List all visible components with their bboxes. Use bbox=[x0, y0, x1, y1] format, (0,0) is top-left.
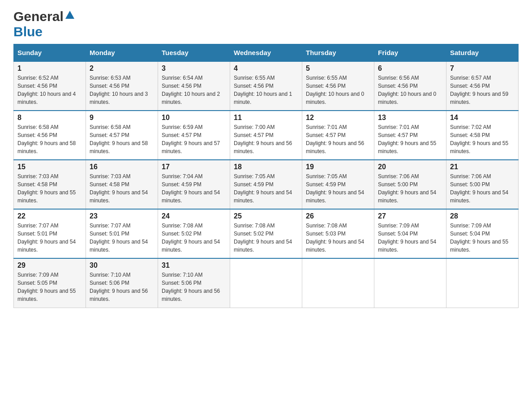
calendar-cell: 14Sunrise: 7:02 AMSunset: 4:58 PMDayligh… bbox=[446, 111, 519, 160]
calendar-cell: 23Sunrise: 7:07 AMSunset: 5:01 PMDayligh… bbox=[86, 209, 158, 258]
calendar-cell: 2Sunrise: 6:53 AMSunset: 4:56 PMDaylight… bbox=[86, 61, 158, 111]
page-header: General Blue bbox=[13, 9, 519, 39]
day-info: Sunrise: 7:06 AMSunset: 5:00 PMDaylight:… bbox=[450, 172, 515, 205]
calendar-cell: 4Sunrise: 6:55 AMSunset: 4:56 PMDaylight… bbox=[230, 61, 302, 111]
header-monday: Monday bbox=[86, 44, 158, 62]
day-number: 30 bbox=[90, 261, 154, 270]
calendar-cell: 13Sunrise: 7:01 AMSunset: 4:57 PMDayligh… bbox=[374, 111, 446, 160]
calendar-table: SundayMondayTuesdayWednesdayThursdayFrid… bbox=[13, 44, 519, 308]
logo-triangle-icon bbox=[65, 11, 74, 21]
calendar-header-row: SundayMondayTuesdayWednesdayThursdayFrid… bbox=[14, 44, 519, 62]
day-number: 13 bbox=[378, 114, 442, 122]
day-number: 28 bbox=[450, 212, 515, 220]
day-info: Sunrise: 6:54 AMSunset: 4:56 PMDaylight:… bbox=[162, 74, 226, 106]
calendar-cell: 29Sunrise: 7:09 AMSunset: 5:05 PMDayligh… bbox=[14, 258, 86, 308]
calendar-cell: 5Sunrise: 6:55 AMSunset: 4:56 PMDaylight… bbox=[302, 61, 374, 111]
day-number: 31 bbox=[162, 261, 226, 270]
day-info: Sunrise: 7:05 AMSunset: 4:59 PMDaylight:… bbox=[234, 172, 298, 205]
day-info: Sunrise: 7:04 AMSunset: 4:59 PMDaylight:… bbox=[162, 172, 226, 205]
day-number: 25 bbox=[234, 212, 298, 220]
calendar-cell: 7Sunrise: 6:57 AMSunset: 4:56 PMDaylight… bbox=[446, 61, 519, 111]
day-info: Sunrise: 7:01 AMSunset: 4:57 PMDaylight:… bbox=[306, 123, 370, 155]
day-info: Sunrise: 7:00 AMSunset: 4:57 PMDaylight:… bbox=[234, 123, 298, 155]
day-number: 1 bbox=[17, 64, 82, 73]
calendar-cell bbox=[446, 258, 519, 308]
day-number: 7 bbox=[450, 64, 515, 73]
day-info: Sunrise: 7:10 AMSunset: 5:06 PMDaylight:… bbox=[90, 271, 154, 303]
calendar-cell: 15Sunrise: 7:03 AMSunset: 4:58 PMDayligh… bbox=[14, 160, 86, 209]
day-number: 21 bbox=[450, 163, 515, 171]
day-number: 29 bbox=[17, 261, 82, 270]
calendar-cell: 17Sunrise: 7:04 AMSunset: 4:59 PMDayligh… bbox=[158, 160, 230, 209]
calendar-cell bbox=[374, 258, 446, 308]
day-number: 17 bbox=[162, 163, 226, 171]
calendar-week-row: 29Sunrise: 7:09 AMSunset: 5:05 PMDayligh… bbox=[14, 258, 519, 308]
day-number: 15 bbox=[17, 163, 82, 171]
calendar-cell: 20Sunrise: 7:06 AMSunset: 5:00 PMDayligh… bbox=[374, 160, 446, 209]
day-info: Sunrise: 7:08 AMSunset: 5:02 PMDaylight:… bbox=[234, 222, 298, 254]
calendar-week-row: 1Sunrise: 6:52 AMSunset: 4:56 PMDaylight… bbox=[14, 61, 519, 111]
calendar-week-row: 15Sunrise: 7:03 AMSunset: 4:58 PMDayligh… bbox=[14, 160, 519, 209]
calendar-cell: 22Sunrise: 7:07 AMSunset: 5:01 PMDayligh… bbox=[14, 209, 86, 258]
day-info: Sunrise: 7:01 AMSunset: 4:57 PMDaylight:… bbox=[378, 123, 442, 155]
day-number: 6 bbox=[378, 64, 442, 73]
day-info: Sunrise: 7:03 AMSunset: 4:58 PMDaylight:… bbox=[17, 172, 82, 205]
calendar-cell: 26Sunrise: 7:08 AMSunset: 5:03 PMDayligh… bbox=[302, 209, 374, 258]
calendar-cell: 16Sunrise: 7:03 AMSunset: 4:58 PMDayligh… bbox=[86, 160, 158, 209]
day-number: 3 bbox=[162, 64, 226, 73]
day-info: Sunrise: 7:09 AMSunset: 5:04 PMDaylight:… bbox=[378, 222, 442, 254]
calendar-cell bbox=[302, 258, 374, 308]
calendar-cell: 8Sunrise: 6:58 AMSunset: 4:56 PMDaylight… bbox=[14, 111, 86, 160]
calendar-cell: 24Sunrise: 7:08 AMSunset: 5:02 PMDayligh… bbox=[158, 209, 230, 258]
calendar-cell: 11Sunrise: 7:00 AMSunset: 4:57 PMDayligh… bbox=[230, 111, 302, 160]
calendar-cell: 28Sunrise: 7:09 AMSunset: 5:04 PMDayligh… bbox=[446, 209, 519, 258]
day-info: Sunrise: 7:05 AMSunset: 4:59 PMDaylight:… bbox=[306, 172, 370, 205]
day-info: Sunrise: 6:53 AMSunset: 4:56 PMDaylight:… bbox=[90, 74, 154, 106]
day-info: Sunrise: 7:03 AMSunset: 4:58 PMDaylight:… bbox=[90, 172, 154, 205]
day-number: 20 bbox=[378, 163, 442, 171]
day-number: 12 bbox=[306, 114, 370, 122]
day-number: 27 bbox=[378, 212, 442, 220]
day-info: Sunrise: 7:07 AMSunset: 5:01 PMDaylight:… bbox=[90, 222, 154, 254]
day-info: Sunrise: 7:02 AMSunset: 4:58 PMDaylight:… bbox=[450, 123, 515, 155]
day-info: Sunrise: 7:08 AMSunset: 5:03 PMDaylight:… bbox=[306, 222, 370, 254]
calendar-cell bbox=[230, 258, 302, 308]
calendar-cell: 6Sunrise: 6:56 AMSunset: 4:56 PMDaylight… bbox=[374, 61, 446, 111]
header-saturday: Saturday bbox=[446, 44, 519, 62]
calendar-cell: 9Sunrise: 6:58 AMSunset: 4:57 PMDaylight… bbox=[86, 111, 158, 160]
calendar-cell: 3Sunrise: 6:54 AMSunset: 4:56 PMDaylight… bbox=[158, 61, 230, 111]
calendar-cell: 1Sunrise: 6:52 AMSunset: 4:56 PMDaylight… bbox=[14, 61, 86, 111]
calendar-cell: 10Sunrise: 6:59 AMSunset: 4:57 PMDayligh… bbox=[158, 111, 230, 160]
header-thursday: Thursday bbox=[302, 44, 374, 62]
header-wednesday: Wednesday bbox=[230, 44, 302, 62]
day-number: 18 bbox=[234, 163, 298, 171]
day-info: Sunrise: 7:06 AMSunset: 5:00 PMDaylight:… bbox=[378, 172, 442, 205]
day-number: 24 bbox=[162, 212, 226, 220]
header-sunday: Sunday bbox=[14, 44, 86, 62]
day-info: Sunrise: 7:08 AMSunset: 5:02 PMDaylight:… bbox=[162, 222, 226, 254]
day-number: 10 bbox=[162, 114, 226, 122]
day-number: 5 bbox=[306, 64, 370, 73]
day-number: 22 bbox=[17, 212, 82, 220]
day-info: Sunrise: 7:09 AMSunset: 5:04 PMDaylight:… bbox=[450, 222, 515, 254]
day-number: 23 bbox=[90, 212, 154, 220]
calendar-cell: 21Sunrise: 7:06 AMSunset: 5:00 PMDayligh… bbox=[446, 160, 519, 209]
svg-marker-0 bbox=[65, 11, 74, 19]
day-info: Sunrise: 6:55 AMSunset: 4:56 PMDaylight:… bbox=[234, 74, 298, 106]
day-info: Sunrise: 6:52 AMSunset: 4:56 PMDaylight:… bbox=[17, 74, 82, 106]
logo-general-text: General bbox=[13, 9, 64, 24]
day-info: Sunrise: 6:59 AMSunset: 4:57 PMDaylight:… bbox=[162, 123, 226, 155]
day-info: Sunrise: 6:58 AMSunset: 4:56 PMDaylight:… bbox=[17, 123, 82, 155]
day-info: Sunrise: 7:09 AMSunset: 5:05 PMDaylight:… bbox=[17, 271, 82, 303]
day-number: 14 bbox=[450, 114, 515, 122]
header-tuesday: Tuesday bbox=[158, 44, 230, 62]
calendar-cell: 18Sunrise: 7:05 AMSunset: 4:59 PMDayligh… bbox=[230, 160, 302, 209]
calendar-cell: 27Sunrise: 7:09 AMSunset: 5:04 PMDayligh… bbox=[374, 209, 446, 258]
logo-blue-text: Blue bbox=[13, 24, 43, 39]
calendar-cell: 12Sunrise: 7:01 AMSunset: 4:57 PMDayligh… bbox=[302, 111, 374, 160]
day-info: Sunrise: 7:10 AMSunset: 5:06 PMDaylight:… bbox=[162, 271, 226, 303]
calendar-cell: 25Sunrise: 7:08 AMSunset: 5:02 PMDayligh… bbox=[230, 209, 302, 258]
header-friday: Friday bbox=[374, 44, 446, 62]
day-number: 11 bbox=[234, 114, 298, 122]
calendar-cell: 19Sunrise: 7:05 AMSunset: 4:59 PMDayligh… bbox=[302, 160, 374, 209]
